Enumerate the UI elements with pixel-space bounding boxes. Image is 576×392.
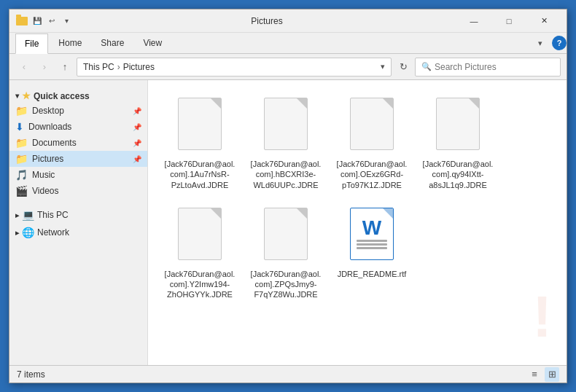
thispc-chevron: ▸ (15, 211, 19, 219)
path-separator-1: › (117, 62, 120, 72)
search-icon: 🔍 (421, 62, 432, 71)
quick-access-star-icon: ★ (22, 90, 31, 101)
tab-home[interactable]: Home (50, 33, 90, 53)
list-item[interactable]: [Jack76Duran@aol.com].hBCXRI3e-WLd6UUPc.… (246, 92, 326, 196)
network-label: Network (37, 227, 69, 238)
title-bar: 💾 ↩ ▾ Pictures — □ ✕ (9, 9, 567, 33)
file-label-3: [Jack76Duran@aol.com].OExz6GRd-pTo97K1Z.… (335, 159, 408, 190)
ribbon-tab-row: File Home Share View ▾ ? (9, 33, 567, 53)
list-view-button[interactable]: ≡ (527, 367, 542, 382)
search-box[interactable]: 🔍 (415, 58, 561, 77)
tab-share[interactable]: Share (92, 33, 133, 53)
downloads-pin-icon: 📌 (133, 123, 141, 131)
sidebar-label-desktop: Desktop (32, 106, 64, 116)
list-item[interactable]: [Jack76Duran@aol.com].OExz6GRd-pTo97K1Z.… (332, 92, 412, 196)
generic-file-icon (264, 98, 308, 150)
generic-file-icon (350, 98, 394, 150)
list-item[interactable]: [Jack76Duran@aol.com].1Au7rNsR-PzLtoAvd.… (160, 92, 240, 196)
forward-button[interactable]: › (36, 58, 53, 76)
ribbon-chevron[interactable]: ▾ (534, 37, 546, 49)
quick-access-header[interactable]: ▾ ★ Quick access (9, 86, 147, 103)
word-file-inner: W (354, 212, 390, 256)
main-area: ▾ ★ Quick access 📁 Desktop 📌 ⬇ Downloads… (9, 80, 567, 365)
quick-access-label: Quick access (34, 91, 90, 101)
network-header[interactable]: ▸ 🌐 Network (9, 222, 147, 240)
file-icon-7: W (346, 208, 397, 266)
generic-file-icon (178, 208, 222, 260)
word-line (357, 247, 387, 249)
breadcrumb-thispc: This PC (83, 62, 114, 72)
file-label-5: [Jack76Duran@aol.com].Y2Imw194-ZhOHGYYk.… (163, 269, 236, 300)
videos-icon: 🎬 (15, 185, 28, 197)
address-bar: ‹ › ↑ This PC › Pictures ▾ ↻ 🔍 (9, 54, 567, 80)
list-item[interactable]: W JDRE_README.rtf (332, 202, 412, 306)
sidebar-item-documents[interactable]: 📁 Documents 📌 (9, 135, 147, 151)
close-button[interactable]: ✕ (527, 10, 561, 32)
file-label-6: [Jack76Duran@aol.com].ZPQsJmy9-F7qYZ8Wu.… (249, 269, 322, 300)
sidebar-label-documents: Documents (32, 138, 77, 148)
sidebar-item-pictures[interactable]: 📁 Pictures 📌 (9, 151, 147, 167)
tab-view[interactable]: View (134, 33, 171, 53)
sidebar-item-videos[interactable]: 🎬 Videos (9, 183, 147, 199)
qat-undo[interactable]: ↩ (46, 15, 58, 27)
thispc-label: This PC (37, 210, 69, 220)
sidebar-label-pictures: Pictures (32, 154, 63, 164)
pictures-pin-icon: 📌 (133, 155, 141, 163)
word-w-letter: W (357, 218, 387, 238)
refresh-button[interactable]: ↻ (394, 58, 412, 76)
tile-view-button[interactable]: ⊞ (545, 367, 559, 382)
help-button[interactable]: ? (552, 36, 567, 50)
generic-file-icon (178, 98, 222, 150)
sidebar-label-videos: Videos (32, 186, 58, 196)
tab-file[interactable]: File (15, 34, 48, 54)
word-lines (357, 240, 387, 249)
documents-pin-icon: 📌 (133, 139, 141, 147)
desktop-pin-icon: 📌 (133, 107, 141, 115)
network-icon: 🌐 (22, 227, 34, 238)
address-path[interactable]: This PC › Pictures ▾ (77, 58, 392, 77)
minimize-button[interactable]: — (457, 10, 491, 32)
thispc-header[interactable]: ▸ 💻 This PC (9, 205, 147, 222)
file-label-7: JDRE_README.rtf (338, 269, 407, 279)
explorer-window: 💾 ↩ ▾ Pictures — □ ✕ File Home Share Vie… (9, 9, 567, 383)
list-item[interactable]: [Jack76Duran@aol.com].ZPQsJmy9-F7qYZ8Wu.… (246, 202, 326, 306)
sidebar-item-downloads[interactable]: ⬇ Downloads 📌 (9, 119, 147, 135)
ribbon-tabs: File Home Share View (9, 33, 176, 53)
generic-file-icon (264, 208, 308, 260)
network-chevron: ▸ (15, 229, 19, 237)
pictures-folder-icon: 📁 (15, 153, 28, 165)
title-bar-icons: 💾 ↩ ▾ (15, 15, 72, 28)
file-icon-4 (432, 98, 483, 156)
file-icon-5 (174, 208, 225, 266)
qat-save[interactable]: 💾 (31, 15, 43, 27)
thispc-icon: 💻 (22, 209, 34, 221)
search-input[interactable] (435, 62, 554, 72)
qat-pin[interactable]: ▾ (61, 15, 72, 27)
sidebar-item-desktop[interactable]: 📁 Desktop 📌 (9, 103, 147, 119)
file-area: ! [Jack76Duran@aol.com].1Au7rNsR-PzLtoAv… (148, 80, 567, 365)
maximize-button[interactable]: □ (492, 10, 526, 32)
file-icon-2 (260, 98, 311, 156)
downloads-folder-icon: ⬇ (15, 121, 24, 133)
path-dropdown[interactable]: ▾ (381, 62, 385, 71)
window-title: Pictures (77, 16, 457, 26)
ribbon: File Home Share View ▾ ? (9, 33, 567, 54)
breadcrumb-pictures: Pictures (123, 62, 155, 72)
status-view-controls: ≡ ⊞ (527, 367, 559, 382)
quick-access-chevron: ▾ (15, 92, 19, 100)
status-bar: 7 items ≡ ⊞ (9, 365, 567, 383)
word-line (357, 243, 387, 246)
file-icon-1 (174, 98, 225, 156)
file-label-2: [Jack76Duran@aol.com].hBCXRI3e-WLd6UUPc.… (249, 159, 322, 190)
list-item[interactable]: [Jack76Duran@aol.com].qy94IXtt-a8sJL1q9.… (418, 92, 498, 196)
list-item[interactable]: [Jack76Duran@aol.com].Y2Imw194-ZhOHGYYk.… (160, 202, 240, 306)
file-icon-6 (260, 208, 311, 266)
sidebar: ▾ ★ Quick access 📁 Desktop 📌 ⬇ Downloads… (9, 80, 148, 365)
up-button[interactable]: ↑ (56, 58, 74, 76)
file-icon-3 (346, 98, 397, 156)
sidebar-item-music[interactable]: 🎵 Music (9, 167, 147, 183)
status-items-count: 7 items (17, 369, 45, 380)
watermark: ! (532, 283, 552, 350)
back-button[interactable]: ‹ (15, 58, 33, 76)
file-label-1: [Jack76Duran@aol.com].1Au7rNsR-PzLtoAvd.… (163, 159, 236, 190)
